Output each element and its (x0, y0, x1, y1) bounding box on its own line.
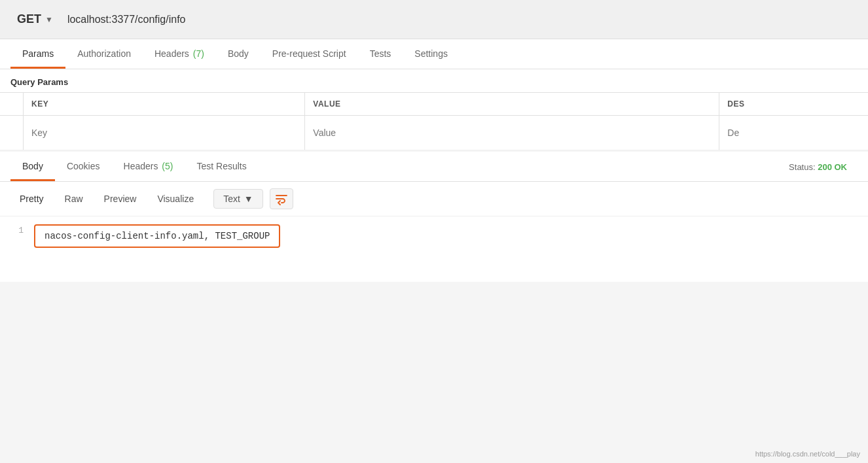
response-content-box: nacos-config-client-info.yaml, TEST_GROU… (34, 224, 280, 248)
query-params-title: Query Params (0, 69, 868, 92)
key-input[interactable] (31, 122, 297, 143)
tab-response-headers[interactable]: Headers (5) (112, 152, 185, 181)
method-label: GET (17, 12, 41, 26)
request-tabs: Params Authorization Headers (7) Body Pr… (0, 39, 868, 69)
url-input[interactable] (60, 10, 858, 29)
pretty-button[interactable]: Pretty (10, 189, 53, 209)
table-row (0, 116, 868, 150)
visualize-button[interactable]: Visualize (148, 189, 203, 209)
tab-pre-request-script[interactable]: Pre-request Script (261, 39, 358, 69)
text-format-chevron: ▼ (244, 194, 253, 204)
text-format-label: Text (223, 194, 240, 204)
response-status: Status: 200 OK (778, 153, 858, 181)
col-desc-header: DES (719, 93, 868, 115)
tab-body-response[interactable]: Body (10, 152, 55, 181)
wrap-icon (275, 192, 288, 205)
line-number: 1 (10, 224, 24, 235)
method-dropdown[interactable]: GET ▼ (10, 9, 60, 30)
tab-authorization[interactable]: Authorization (65, 39, 143, 69)
text-format-select[interactable]: Text ▼ (213, 189, 263, 209)
tab-tests[interactable]: Tests (358, 39, 403, 69)
tab-body[interactable]: Body (216, 39, 261, 69)
params-table: KEY VALUE DES (0, 92, 868, 150)
tab-params[interactable]: Params (10, 39, 65, 69)
format-toolbar: Pretty Raw Preview Visualize Text ▼ (0, 182, 868, 216)
desc-input[interactable] (727, 122, 860, 143)
url-bar: GET ▼ (0, 0, 868, 39)
preview-button[interactable]: Preview (95, 189, 146, 209)
tab-cookies[interactable]: Cookies (55, 152, 112, 181)
tab-settings[interactable]: Settings (403, 39, 460, 69)
col-value-header: VALUE (305, 93, 719, 115)
value-input[interactable] (313, 122, 711, 143)
status-value: 200 OK (818, 162, 847, 172)
table-header: KEY VALUE DES (0, 92, 868, 116)
row-key-cell[interactable] (24, 116, 305, 150)
response-line-1: 1 nacos-config-client-info.yaml, TEST_GR… (10, 224, 858, 248)
response-body: 1 nacos-config-client-info.yaml, TEST_GR… (0, 216, 868, 282)
col-key-header: KEY (24, 93, 305, 115)
response-tabs: Body Cookies Headers (5) Test Results St… (0, 152, 868, 182)
response-tabs-left: Body Cookies Headers (5) Test Results (10, 152, 259, 181)
response-headers-badge: (5) (162, 161, 173, 171)
method-chevron-icon: ▼ (45, 15, 53, 24)
row-value-cell[interactable] (305, 116, 719, 150)
wrap-button[interactable] (270, 188, 293, 209)
tab-headers[interactable]: Headers (7) (143, 39, 216, 69)
headers-badge: (7) (193, 48, 204, 59)
col-check-header (0, 93, 24, 115)
row-checkbox (0, 116, 24, 150)
response-content: nacos-config-client-info.yaml, TEST_GROU… (45, 231, 270, 241)
tab-test-results[interactable]: Test Results (185, 152, 258, 181)
row-desc-cell[interactable] (719, 116, 868, 150)
raw-button[interactable]: Raw (56, 189, 92, 209)
